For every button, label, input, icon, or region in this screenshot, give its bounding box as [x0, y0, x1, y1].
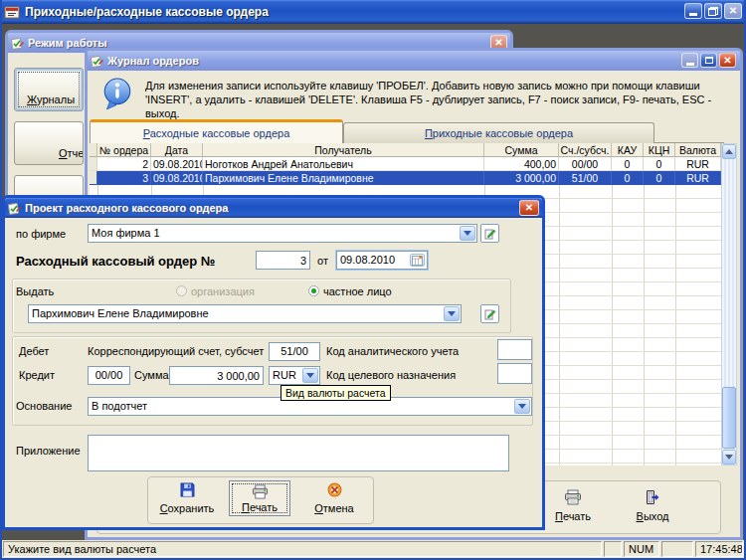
header-sum[interactable]: Сумма	[484, 143, 559, 156]
radio-private-person[interactable]	[308, 285, 319, 296]
currency-value: RUR	[273, 369, 296, 381]
sum-label: Сумма	[134, 369, 169, 381]
tab-label: Расходные кассовые ордера	[143, 127, 290, 139]
status-clock: 17:45:48	[695, 541, 743, 557]
main-titlebar: Приходные/расходные кассовые ордера ✕	[0, 0, 746, 24]
header-account[interactable]: Сч./субсч.	[559, 143, 612, 156]
cell-currency: RUR	[675, 157, 721, 171]
attachment-textarea[interactable]	[88, 435, 509, 471]
header-kcn[interactable]: КЦН	[644, 143, 675, 156]
firm-edit-button[interactable]	[480, 224, 499, 243]
attachment-label: Приложение	[16, 445, 81, 457]
cancel-button[interactable]: Отмена	[305, 482, 363, 514]
cell-kau: 0	[612, 157, 644, 171]
cell-kcn: 0	[644, 157, 675, 171]
scroll-down-icon[interactable]	[722, 450, 736, 465]
exit-door-icon	[645, 489, 660, 507]
kau-input[interactable]	[497, 339, 532, 360]
status-empty-2	[661, 541, 693, 557]
table-row-selected[interactable]: 3 09.08.2010 Пархимович Елене Владимиров…	[90, 171, 721, 185]
order-date-value: 09.08.2010	[340, 254, 395, 266]
kau-label: Код аналитического учета	[326, 345, 459, 357]
order-from-label: от	[317, 255, 328, 267]
minimize-button[interactable]	[684, 3, 702, 19]
journal-minimize-icon[interactable]	[681, 53, 698, 68]
calendar-icon[interactable]	[410, 254, 425, 267]
debit-account-input[interactable]: 51/00	[269, 342, 320, 361]
currency-combobox[interactable]: RUR	[269, 366, 320, 385]
chevron-down-icon[interactable]	[444, 306, 460, 321]
credit-label: Кредит	[19, 369, 55, 381]
payee-combobox[interactable]: Пархимович Елене Владимировне	[28, 304, 462, 323]
order-date-input[interactable]: 09.08.2010	[336, 251, 428, 270]
header-order-no[interactable]: № ордера	[97, 143, 151, 156]
debit-account-value: 51/00	[280, 345, 308, 357]
cell-currency: RUR	[675, 171, 721, 185]
cell-sum: 400,00	[484, 157, 559, 171]
status-message: Укажите вид валюты расчета	[3, 541, 602, 557]
save-label: Сохранить	[160, 502, 215, 514]
status-empty-1	[604, 541, 622, 557]
dialog-close-icon[interactable]: ✕	[519, 200, 539, 216]
journal-exit-button[interactable]: Выход	[623, 489, 682, 522]
chevron-down-icon[interactable]	[302, 368, 318, 383]
cell-account: 51/00	[559, 171, 612, 185]
tab-label: Приходные кассовые ордера	[425, 127, 573, 139]
print-button[interactable]: Печать	[229, 480, 290, 516]
printer-icon	[564, 489, 582, 507]
sum-input[interactable]	[169, 366, 264, 385]
header-kau[interactable]: КАУ	[612, 143, 644, 156]
save-button[interactable]: Сохранить	[156, 482, 218, 514]
journal-print-button[interactable]: Печать	[543, 489, 603, 522]
firm-value: Моя фирма 1	[92, 227, 160, 239]
currency-tooltip: Вид валюты расчета	[280, 385, 391, 401]
debit-label: Дебет	[19, 345, 49, 357]
close-button[interactable]: ✕	[724, 3, 742, 19]
radio-organization[interactable]	[176, 285, 187, 296]
journal-titlebar: Журнал ордеров ✕	[88, 51, 740, 71]
order-number-input[interactable]	[256, 251, 310, 270]
order-dialog: Проект расходного кассового ордера ✕ по …	[2, 195, 545, 530]
info-icon	[102, 78, 132, 112]
kcn-input[interactable]	[497, 363, 532, 384]
mode-button-reports[interactable]: Отчеты	[14, 121, 84, 165]
corr-account-label: Корреспондирующий счет, субсчет	[88, 345, 264, 357]
credit-account-value: 00/00	[95, 369, 123, 381]
table-vscrollbar[interactable]	[721, 143, 737, 466]
scroll-thumb[interactable]	[722, 387, 736, 449]
header-payee[interactable]: Получатель	[203, 143, 484, 156]
table-row[interactable]: 2 09.08.2010 Ноготков Андрей Анатольевич…	[90, 157, 721, 171]
journal-exit-label: Выход	[637, 510, 669, 522]
tab-expense-orders[interactable]: Расходные кассовые ордера	[90, 119, 343, 143]
cell-date: 09.08.2010	[151, 171, 203, 185]
firm-combobox[interactable]: Моя фирма 1	[88, 224, 477, 243]
radio-organization-label: организация	[191, 285, 255, 297]
payee-value: Пархимович Елене Владимировне	[32, 307, 209, 319]
credit-account-input[interactable]: 00/00	[88, 366, 130, 385]
payee-edit-button[interactable]	[480, 304, 499, 323]
row-indicator	[90, 171, 97, 185]
tab-income-orders[interactable]: Приходные кассовые ордера	[343, 122, 654, 143]
journal-maximize-icon[interactable]	[700, 53, 717, 68]
write-icon	[8, 202, 21, 215]
firm-label: по фирме	[16, 228, 66, 240]
journal-window-title: Журнал ордеров	[107, 55, 199, 67]
orders-table: № ордера Дата Получатель Сумма Сч./субсч…	[90, 143, 721, 185]
header-currency[interactable]: Валюта	[675, 143, 721, 156]
dialog-title: Проект расходного кассового ордера	[25, 202, 228, 214]
header-date[interactable]: Дата	[151, 143, 203, 156]
cell-order-no: 3	[97, 171, 151, 185]
journal-print-label: Печать	[555, 510, 591, 522]
mode-button-journals[interactable]: Журналы	[14, 68, 84, 111]
chevron-down-icon[interactable]	[514, 399, 530, 414]
journal-info-text: Для изменения записи используйте клавишу…	[145, 79, 724, 120]
scroll-up-icon[interactable]	[722, 144, 736, 159]
order-number-label: Расходный кассовый ордер №	[16, 254, 215, 269]
cell-account: 00/00	[559, 157, 612, 171]
printer-icon	[252, 484, 269, 501]
journal-close-icon[interactable]: ✕	[719, 53, 736, 68]
chevron-down-icon[interactable]	[460, 226, 475, 241]
restore-button[interactable]	[704, 3, 722, 19]
radio-private-person-label: частное лицо	[323, 285, 392, 297]
print-label: Печать	[242, 501, 278, 513]
